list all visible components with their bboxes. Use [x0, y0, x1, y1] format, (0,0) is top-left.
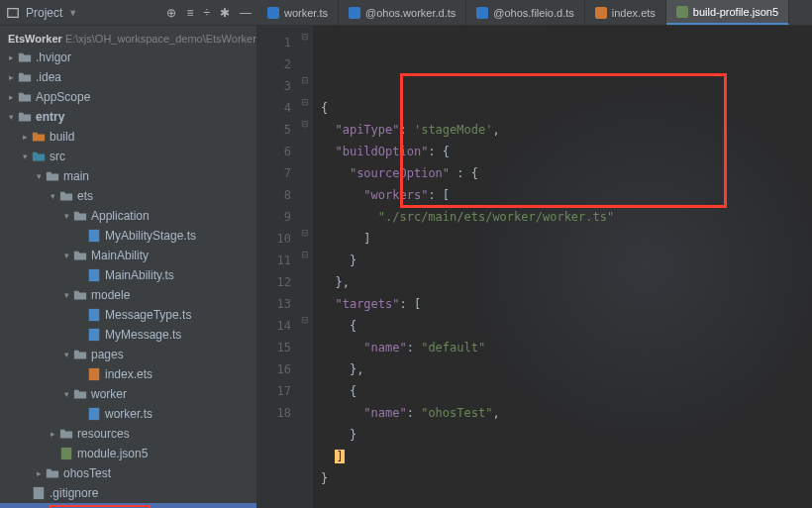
tree-node-main[interactable]: ▾main — [0, 166, 256, 186]
editor-tabs: worker.ts@ohos.worker.d.ts@ohos.fileio.d… — [257, 0, 812, 25]
tab-worker-ts[interactable]: worker.ts — [257, 0, 339, 25]
code-line-1[interactable]: { — [321, 97, 812, 119]
hide-icon[interactable]: — — [240, 6, 252, 20]
code-line-4[interactable]: "sourceOption" : { — [321, 162, 812, 184]
svg-rect-4 — [89, 329, 100, 341]
tree-node-module-json5[interactable]: module.json5 — [0, 444, 256, 463]
tree-arrow-icon[interactable]: ▾ — [61, 287, 71, 303]
tree-node-application[interactable]: ▾Application — [0, 206, 256, 226]
tree-node-index-ets[interactable]: index.ets — [0, 364, 256, 384]
tree-node-appscope[interactable]: ▸AppScope — [0, 87, 256, 107]
tree-arrow-icon[interactable]: ▾ — [34, 168, 44, 184]
tree-arrow-icon[interactable]: ▾ — [48, 188, 57, 204]
code-line-8[interactable]: } — [321, 250, 812, 271]
tab--ohos-fileio-d-ts[interactable]: @ohos.fileio.d.ts — [466, 0, 585, 25]
tree-arrow-icon[interactable]: ▾ — [20, 149, 30, 164]
tree-label: MainAbility — [91, 248, 149, 263]
tab--ohos-worker-d-ts[interactable]: @ohos.worker.d.ts — [339, 0, 466, 25]
settings-icon[interactable]: ✱ — [220, 6, 230, 20]
tree-node-pages[interactable]: ▾pages — [0, 345, 256, 364]
svg-rect-8 — [34, 487, 45, 499]
tree-arrow-icon[interactable]: ▸ — [6, 89, 16, 105]
tree-label: modele — [91, 287, 130, 303]
code-editor[interactable]: 123456789101112131415161718 ⊟⊟⊟⊟⊟⊟⊟ { "a… — [257, 26, 812, 508]
tree-node-worker-ts[interactable]: worker.ts — [0, 404, 256, 424]
tree-label: MyMessage.ts — [105, 327, 181, 343]
tree-node-ets[interactable]: ▾ets — [0, 186, 256, 206]
tree-label: entry — [36, 109, 64, 125]
project-title: Project — [26, 6, 62, 20]
tree-arrow-icon[interactable]: ▾ — [61, 347, 71, 362]
tree-arrow-icon[interactable]: ▸ — [6, 50, 16, 65]
tree-node-mainability-ts[interactable]: MainAbility.ts — [0, 265, 256, 285]
tree-node--gitignore[interactable]: .gitignore — [0, 483, 256, 503]
folder-icon — [46, 169, 59, 183]
folder-icon — [18, 70, 32, 84]
file-ts-icon — [87, 328, 101, 342]
project-tree[interactable]: ▸.hvigor▸.idea▸AppScope▾entry▸build▾src▾… — [0, 48, 256, 508]
select-opened-icon[interactable]: ⊕ — [166, 6, 176, 20]
tree-arrow-icon[interactable]: ▾ — [6, 109, 16, 125]
file-ts-icon — [87, 407, 101, 421]
tree-node--hvigor[interactable]: ▸.hvigor — [0, 48, 256, 67]
code-area[interactable]: { "apiType": 'stageMode', "buildOption":… — [313, 26, 812, 508]
code-line-7[interactable]: ] — [321, 228, 812, 250]
code-line-17[interactable]: ] — [321, 446, 812, 467]
code-line-15[interactable]: "name": "ohosTest", — [321, 402, 812, 424]
code-line-13[interactable]: }, — [321, 358, 812, 380]
tree-node-messagetype-ts[interactable]: MessageType.ts — [0, 305, 256, 325]
tree-label: build — [50, 129, 74, 145]
tab-label: @ohos.worker.d.ts — [365, 7, 456, 19]
code-line-18[interactable]: } — [321, 467, 812, 489]
code-line-6[interactable]: "./src/main/ets/worker/worker.ts" — [321, 206, 812, 228]
tree-node-resources[interactable]: ▸resources — [0, 424, 256, 444]
tree-arrow-icon[interactable]: ▸ — [6, 69, 16, 85]
folder-icon — [59, 189, 73, 203]
tree-arrow-icon[interactable]: ▸ — [20, 129, 30, 145]
tree-node-modele[interactable]: ▾modele — [0, 285, 256, 305]
tree-arrow-icon[interactable]: ▸ — [34, 465, 44, 481]
code-line-5[interactable]: "workers": [ — [321, 184, 812, 206]
code-line-9[interactable]: }, — [321, 271, 812, 293]
tree-arrow-icon[interactable]: ▾ — [61, 386, 71, 402]
svg-rect-6 — [89, 408, 100, 420]
tree-node-entry[interactable]: ▾entry — [0, 107, 256, 127]
tab-label: build-profile.json5 — [693, 6, 778, 18]
tree-node-myabilitystage-ts[interactable]: MyAbilityStage.ts — [0, 226, 256, 246]
code-line-3[interactable]: "buildOption": { — [321, 141, 812, 162]
collapse-all-icon[interactable]: ÷ — [203, 6, 210, 20]
code-line-10[interactable]: "targets": [ — [321, 293, 812, 315]
tree-node-src[interactable]: ▾src — [0, 147, 256, 166]
code-line-2[interactable]: "apiType": 'stageMode', — [321, 119, 812, 141]
tab-build-profile-json5[interactable]: build-profile.json5 — [666, 0, 789, 25]
tree-node-mainability[interactable]: ▾MainAbility — [0, 246, 256, 265]
folder-icon — [73, 348, 87, 361]
tab-index-ets[interactable]: index.ets — [585, 0, 666, 25]
tree-node-worker[interactable]: ▾worker — [0, 384, 256, 404]
ts-file-icon — [349, 7, 360, 19]
tree-label: .idea — [36, 69, 61, 85]
tree-arrow-icon[interactable]: ▸ — [48, 426, 57, 442]
tree-node-build-profile-json5[interactable]: build-profile.json5 — [0, 503, 256, 508]
project-icon — [6, 6, 20, 20]
expand-all-icon[interactable]: ≡ — [186, 6, 193, 20]
project-breadcrumb: EtsWorker E:\xjs\OH_workspace_demo\EtsWo… — [0, 30, 256, 48]
tree-node-mymessage-ts[interactable]: MyMessage.ts — [0, 325, 256, 345]
dropdown-icon[interactable]: ▼ — [68, 8, 77, 18]
fold-column[interactable]: ⊟⊟⊟⊟⊟⊟⊟ — [297, 26, 313, 508]
tree-arrow-icon[interactable]: ▾ — [61, 248, 71, 263]
tree-node-ohostest[interactable]: ▸ohosTest — [0, 463, 256, 483]
tree-node-build[interactable]: ▸build — [0, 127, 256, 147]
tree-arrow-icon[interactable]: ▾ — [61, 208, 71, 224]
folder-icon — [18, 110, 32, 124]
folder-icon — [73, 209, 87, 223]
tree-label: src — [50, 149, 65, 164]
tree-label: MainAbility.ts — [105, 267, 174, 283]
folder-icon — [73, 249, 87, 262]
code-line-11[interactable]: { — [321, 315, 812, 337]
tree-node--idea[interactable]: ▸.idea — [0, 67, 256, 87]
tree-label: .hvigor — [36, 50, 71, 65]
code-line-12[interactable]: "name": "default" — [321, 337, 812, 358]
code-line-16[interactable]: } — [321, 424, 812, 446]
code-line-14[interactable]: { — [321, 380, 812, 402]
